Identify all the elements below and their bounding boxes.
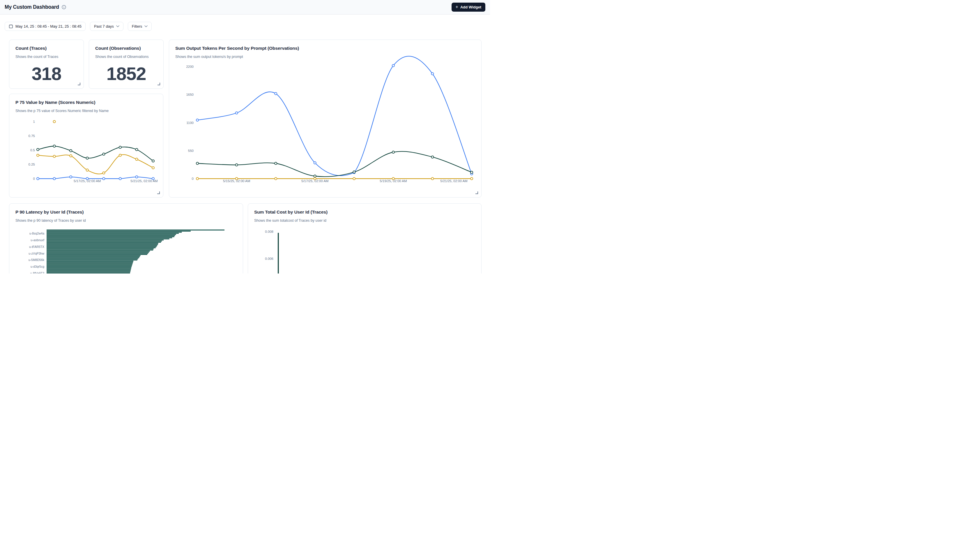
widget-head: P 90 Latency by User Id (Traces) Shows t… (9, 204, 243, 223)
svg-text:u-tFAR5TX: u-tFAR5TX (29, 245, 44, 249)
svg-text:1100: 1100 (186, 121, 194, 125)
date-range-label: May 14, 25 : 08:45 - May 21, 25 : 08:45 (16, 24, 81, 29)
filters-button[interactable]: Filters (128, 22, 152, 31)
widget-subtitle: Shows the count of Traces (16, 55, 78, 59)
add-widget-button[interactable]: + Add Widget (452, 3, 485, 12)
widget-head: Count (Traces) Shows the count of Traces (9, 40, 84, 59)
widget-count-traces: Count (Traces) Shows the count of Traces… (9, 40, 84, 89)
svg-text:0.008: 0.008 (265, 230, 274, 233)
svg-text:0.006: 0.006 (265, 257, 274, 260)
svg-text:0.5: 0.5 (30, 148, 35, 152)
svg-text:u-aobnuxf: u-aobnuxf (30, 238, 44, 242)
metric-wrap: 1852 (89, 59, 163, 89)
svg-text:5/15/25, 02:00 AM: 5/15/25, 02:00 AM (223, 179, 250, 183)
svg-text:2200: 2200 (186, 65, 194, 68)
svg-text:1: 1 (33, 120, 35, 124)
svg-text:u-d3qr5cg: u-d3qr5cg (30, 265, 44, 268)
metric-value: 318 (32, 63, 61, 84)
widget-title: Sum Total Cost by User Id (Traces) (254, 209, 475, 215)
widget-tokens-per-second-chart: Sum Output Tokens Per Second by Prompt (… (169, 40, 482, 198)
widget-head: Count (Observations) Shows the count of … (89, 40, 163, 59)
widget-subtitle: Shows the p 75 value of Scores Numeric f… (16, 109, 157, 113)
widget-total-cost-chart: Sum Total Cost by User Id (Traces) Shows… (248, 203, 482, 274)
dashboard-page: My Custom Dashboard + Add Widget May 14,… (0, 0, 490, 274)
widget-head: Sum Total Cost by User Id (Traces) Shows… (248, 204, 481, 223)
svg-text:0: 0 (192, 177, 194, 181)
svg-text:u-8fVa9T3: u-8fVa9T3 (30, 271, 44, 274)
add-widget-label: Add Widget (460, 5, 481, 9)
svg-text:5/21/25, 02:00 AM: 5/21/25, 02:00 AM (130, 179, 158, 183)
page-title: My Custom Dashboard (5, 4, 59, 10)
widget-title: Count (Traces) (16, 46, 78, 51)
svg-text:0.25: 0.25 (29, 163, 35, 166)
chevron-down-icon (116, 25, 119, 27)
widget-p90-latency-chart: P 90 Latency by User Id (Traces) Shows t… (9, 203, 243, 274)
svg-text:0: 0 (33, 177, 35, 181)
filters-label: Filters (132, 24, 142, 29)
timeframe-label: Past 7 days (94, 24, 114, 29)
widget-title: P 75 Value by Name (Scores Numeric) (16, 100, 157, 105)
resize-handle-icon[interactable] (476, 192, 478, 194)
metric-wrap: 318 (9, 59, 84, 89)
svg-text:550: 550 (188, 149, 194, 152)
resize-handle-icon[interactable] (157, 192, 160, 194)
widget-subtitle: Shows the sum totalcost of Traces by use… (254, 219, 475, 223)
date-range-button[interactable]: May 14, 25 : 08:45 - May 21, 25 : 08:45 (5, 22, 86, 31)
widget-head: P 75 Value by Name (Scores Numeric) Show… (9, 94, 163, 113)
resize-handle-icon[interactable] (158, 82, 160, 85)
timeframe-select[interactable]: Past 7 days (90, 22, 123, 31)
widget-subtitle: Shows the count of Observations (95, 55, 157, 59)
widget-p75-scores-chart: P 75 Value by Name (Scores Numeric) Show… (9, 94, 163, 198)
svg-text:u-zVqP3hw: u-zVqP3hw (29, 252, 44, 255)
svg-text:0.75: 0.75 (29, 134, 35, 138)
resize-handle-icon[interactable] (78, 82, 80, 85)
svg-text:u-8sq2w4a: u-8sq2w4a (29, 231, 45, 235)
widget-count-observations: Count (Observations) Shows the count of … (89, 40, 164, 89)
widget-title: Sum Output Tokens Per Second by Prompt (… (175, 46, 475, 51)
widget-title: Count (Observations) (95, 46, 157, 51)
metric-value: 1852 (106, 63, 146, 84)
info-icon[interactable] (62, 5, 66, 9)
tokens-line-chart: 05501100165022005/15/25, 02:00 AM5/17/25… (169, 40, 482, 198)
toolbar: May 14, 25 : 08:45 - May 21, 25 : 08:45 … (5, 22, 152, 31)
plus-icon: + (456, 5, 458, 9)
svg-text:5/21/25, 02:00 AM: 5/21/25, 02:00 AM (440, 179, 467, 183)
svg-text:5/17/25, 02:00 AM: 5/17/25, 02:00 AM (301, 179, 328, 183)
widget-title: P 90 Latency by User Id (Traces) (16, 209, 237, 215)
svg-text:u-5M8D56k: u-5M8D56k (29, 258, 45, 262)
widget-subtitle: Shows the sum output tokens/s by prompt (175, 55, 475, 59)
svg-text:5/17/25, 02:00 AM: 5/17/25, 02:00 AM (74, 179, 101, 183)
widget-subtitle: Shows the p 90 latency of Traces by user… (16, 219, 237, 223)
svg-text:1650: 1650 (186, 93, 194, 96)
widget-head: Sum Output Tokens Per Second by Prompt (… (169, 40, 481, 59)
svg-text:5/19/25, 02:00 AM: 5/19/25, 02:00 AM (380, 179, 407, 183)
header: My Custom Dashboard + Add Widget (0, 0, 490, 14)
calendar-icon (9, 24, 13, 29)
chevron-down-icon (145, 25, 148, 27)
